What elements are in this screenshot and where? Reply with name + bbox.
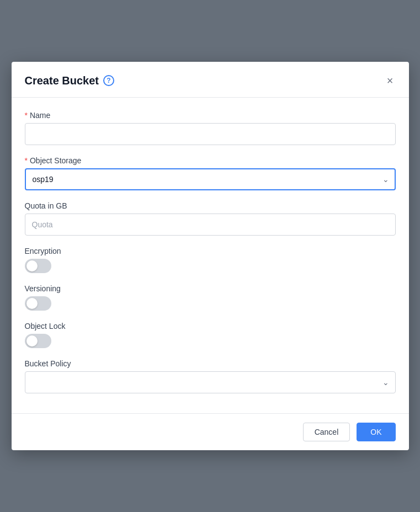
object-lock-toggle-slider — [25, 334, 51, 348]
bucket-policy-field-group: Bucket Policy ⌄ — [25, 359, 396, 393]
encryption-field-group: Encryption — [25, 247, 396, 273]
encryption-toggle-container — [25, 259, 396, 273]
versioning-toggle[interactable] — [25, 296, 51, 311]
name-required-star: * — [25, 111, 28, 120]
modal-header: Create Bucket ? × — [12, 62, 409, 98]
modal-body: * Name * Object Storage osp19 ⌄ Quota in… — [12, 98, 409, 413]
name-label: * Name — [25, 111, 396, 120]
versioning-toggle-slider — [25, 296, 51, 311]
modal-footer: Cancel OK — [12, 413, 409, 450]
object-lock-toggle[interactable] — [25, 334, 51, 348]
quota-field-group: Quota in GB — [25, 201, 396, 236]
versioning-toggle-container — [25, 296, 396, 311]
object-lock-label: Object Lock — [25, 322, 396, 330]
bucket-policy-select[interactable] — [25, 371, 396, 393]
object-lock-field-group: Object Lock — [25, 322, 396, 348]
object-storage-select-wrapper: osp19 ⌄ — [25, 168, 396, 190]
bucket-policy-select-wrapper: ⌄ — [25, 371, 396, 393]
quota-label: Quota in GB — [25, 201, 396, 210]
object-storage-label: * Object Storage — [25, 156, 396, 165]
modal-title-group: Create Bucket ? — [25, 74, 115, 87]
name-field-group: * Name — [25, 111, 396, 145]
modal-title: Create Bucket — [25, 74, 99, 87]
versioning-label: Versioning — [25, 284, 396, 293]
quota-input[interactable] — [25, 214, 396, 236]
create-bucket-modal: Create Bucket ? × * Name * Object Storag… — [12, 62, 409, 450]
bucket-policy-label: Bucket Policy — [25, 359, 396, 368]
object-lock-toggle-container — [25, 334, 396, 348]
encryption-label: Encryption — [25, 247, 396, 255]
object-storage-field-group: * Object Storage osp19 ⌄ — [25, 156, 396, 190]
close-button[interactable]: × — [385, 73, 396, 88]
ok-button[interactable]: OK — [357, 423, 395, 441]
encryption-toggle-slider — [25, 259, 51, 273]
encryption-toggle[interactable] — [25, 259, 51, 273]
object-storage-required-star: * — [25, 156, 28, 165]
name-input[interactable] — [25, 123, 396, 145]
versioning-field-group: Versioning — [25, 284, 396, 311]
cancel-button[interactable]: Cancel — [303, 423, 350, 441]
object-storage-select[interactable]: osp19 — [25, 168, 396, 190]
help-icon[interactable]: ? — [103, 75, 114, 86]
